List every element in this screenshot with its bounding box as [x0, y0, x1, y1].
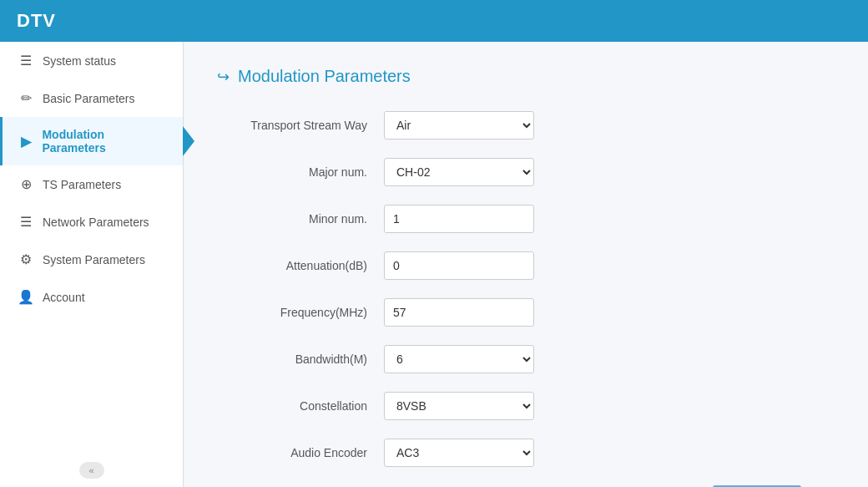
modulation-form: Transport Stream WayAirCableSatelliteMaj…: [217, 111, 801, 467]
label-minor-num: Minor num.: [217, 212, 384, 226]
label-frequency: Frequency(MHz): [217, 306, 384, 319]
sidebar-icon-ts-parameters: ⊕: [18, 176, 34, 192]
input-frequency[interactable]: [384, 298, 534, 327]
sidebar-item-network-parameters[interactable]: ☰Network Parameters: [0, 203, 183, 241]
label-bandwidth: Bandwidth(M): [217, 353, 384, 366]
sidebar-icon-system-status: ☰: [18, 53, 34, 68]
select-transport-stream-way[interactable]: AirCableSatellite: [384, 111, 534, 140]
app-header: DTV: [0, 0, 868, 42]
sidebar-item-system-parameters[interactable]: ⚙System Parameters: [0, 241, 183, 278]
sidebar-item-system-status[interactable]: ☰System status: [0, 42, 183, 79]
form-row-transport-stream-way: Transport Stream WayAirCableSatellite: [217, 111, 801, 140]
sidebar-item-account[interactable]: 👤Account: [0, 278, 183, 316]
label-constellation: Constellation: [217, 399, 384, 413]
sidebar-label-basic-parameters: Basic Parameters: [43, 92, 134, 105]
form-row-major-num: Major num.CH-01CH-02CH-03: [217, 158, 801, 186]
form-row-frequency: Frequency(MHz): [217, 298, 801, 327]
sidebar-icon-basic-parameters: ✏: [18, 90, 34, 106]
page-title: ↪ Modulation Parameters: [217, 67, 835, 86]
label-attenuation: Attenuation(dB): [217, 259, 384, 272]
form-row-constellation: Constellation8VSB16QAM64QAM: [217, 392, 801, 420]
input-attenuation[interactable]: [384, 251, 534, 280]
sidebar-item-ts-parameters[interactable]: ⊕TS Parameters: [0, 165, 183, 203]
form-row-bandwidth: Bandwidth(M)678: [217, 345, 801, 373]
label-transport-stream-way: Transport Stream Way: [217, 119, 384, 132]
sidebar-label-system-status: System status: [43, 54, 116, 68]
sidebar-label-network-parameters: Network Parameters: [43, 216, 149, 229]
label-audio-encoder: Audio Encoder: [217, 446, 384, 459]
sidebar-icon-system-parameters: ⚙: [18, 251, 34, 267]
sidebar-collapse-button[interactable]: «: [79, 462, 104, 479]
page-title-text: Modulation Parameters: [238, 67, 411, 86]
select-major-num[interactable]: CH-01CH-02CH-03: [384, 158, 534, 186]
form-row-attenuation: Attenuation(dB): [217, 251, 801, 280]
select-audio-encoder[interactable]: AC3MPEGAAC: [384, 439, 534, 467]
sidebar-icon-network-parameters: ☰: [18, 214, 34, 230]
sidebar-label-system-parameters: System Parameters: [43, 253, 145, 266]
form-row-minor-num: Minor num.: [217, 205, 801, 233]
sidebar-active-arrow: [183, 126, 194, 156]
sidebar-item-modulation-parameters[interactable]: ▶Modulation Parameters: [0, 117, 183, 165]
sidebar-label-ts-parameters: TS Parameters: [43, 178, 121, 191]
app-logo: DTV: [17, 10, 56, 32]
select-bandwidth[interactable]: 678: [384, 345, 534, 373]
label-major-num: Major num.: [217, 165, 384, 179]
main-content: ↪ Modulation Parameters Transport Stream…: [184, 42, 868, 487]
sidebar-icon-modulation-parameters: ▶: [18, 134, 33, 150]
select-constellation[interactable]: 8VSB16QAM64QAM: [384, 392, 534, 420]
sidebar-item-basic-parameters[interactable]: ✏Basic Parameters: [0, 79, 183, 117]
form-row-audio-encoder: Audio EncoderAC3MPEGAAC: [217, 439, 801, 467]
sidebar: ☰System status✏Basic Parameters▶Modulati…: [0, 42, 184, 487]
sidebar-label-account: Account: [43, 291, 85, 304]
input-minor-num[interactable]: [384, 205, 534, 233]
sidebar-label-modulation-parameters: Modulation Parameters: [42, 128, 168, 155]
page-title-icon: ↪: [217, 68, 230, 86]
sidebar-icon-account: 👤: [18, 289, 34, 305]
